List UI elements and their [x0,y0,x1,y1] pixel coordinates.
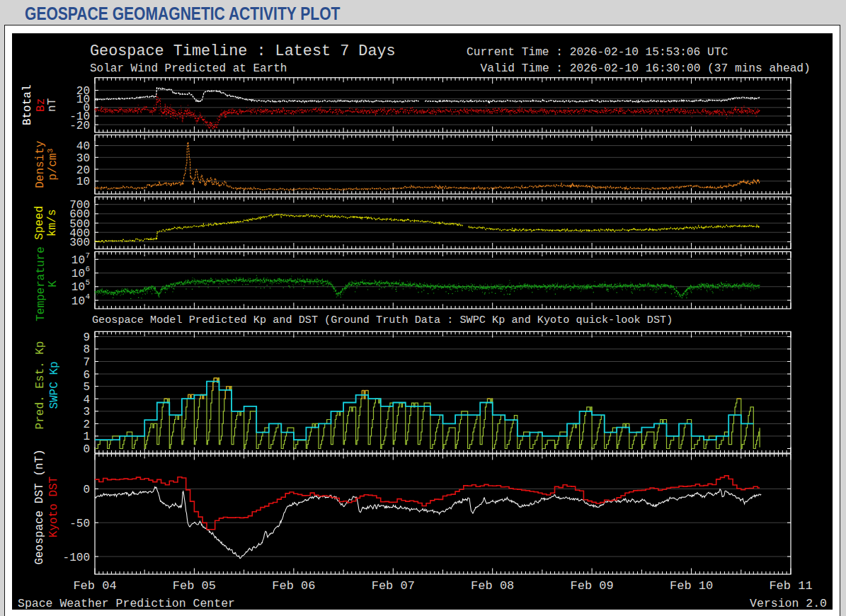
svg-text:Feb 04: Feb 04 [73,579,116,593]
svg-text:8: 8 [83,343,90,356]
svg-text:-50: -50 [69,518,90,530]
svg-text:Current Time : 2026-02-10 15:5: Current Time : 2026-02-10 15:53:06 UTC [467,46,728,59]
svg-text:6: 6 [83,369,90,382]
svg-text:km/s: km/s [46,209,59,236]
svg-text:Pred. Est. Kp: Pred. Est. Kp [34,341,47,430]
svg-text:40: 40 [76,140,90,153]
svg-text:Valid Time : 2026-02-10 16:30:: Valid Time : 2026-02-10 16:30:00 (37 min… [481,62,811,75]
svg-text:10: 10 [72,268,85,280]
svg-text:Feb 07: Feb 07 [372,579,415,593]
svg-text:7: 7 [86,251,91,260]
svg-text:Version 2.0: Version 2.0 [750,597,827,610]
svg-text:SWPC Kp: SWPC Kp [48,361,61,409]
svg-text:-100: -100 [63,552,90,564]
svg-text:5: 5 [86,278,91,287]
svg-text:0: 0 [83,443,90,456]
svg-text:Kyoto DST: Kyoto DST [47,477,60,537]
svg-text:Feb 09: Feb 09 [570,579,613,593]
svg-text:Space Weather Prediction Cente: Space Weather Prediction Center [18,597,235,610]
svg-text:9: 9 [83,331,90,344]
svg-text:Geospace DST (nT): Geospace DST (nT) [33,449,46,564]
svg-text:10: 10 [72,295,85,308]
svg-text:Solar Wind Predicted at Earth: Solar Wind Predicted at Earth [90,62,287,75]
svg-text:Feb 06: Feb 06 [272,579,315,593]
svg-text:0: 0 [83,484,90,496]
svg-text:Feb 08: Feb 08 [471,579,514,593]
svg-text:2: 2 [83,418,90,431]
svg-text:4: 4 [86,292,91,301]
svg-text:K: K [47,280,59,287]
svg-text:Bz: Bz [35,98,47,112]
svg-text:6: 6 [86,265,91,273]
svg-text:10: 10 [72,281,85,294]
svg-text:nT: nT [46,98,59,112]
svg-text:3: 3 [83,406,90,418]
svg-text:Feb 05: Feb 05 [173,579,216,593]
svg-text:Feb 11: Feb 11 [769,579,812,593]
svg-text:7: 7 [83,356,90,369]
svg-text:30: 30 [76,152,90,165]
svg-text:-20: -20 [69,120,90,132]
svg-text:Speed: Speed [33,206,46,240]
svg-text:20: 20 [76,164,90,177]
svg-text:Density: Density [35,140,47,188]
svg-text:10: 10 [76,176,90,188]
svg-text:300: 300 [69,236,90,249]
svg-text:5: 5 [83,381,90,394]
svg-text:p/cm3: p/cm3 [47,149,60,181]
svg-text:Geospace Timeline : Latest 7 D: Geospace Timeline : Latest 7 Days [90,42,396,60]
svg-text:10: 10 [72,254,85,267]
svg-text:Geospace Model Predicted Kp an: Geospace Model Predicted Kp and DST (Gro… [92,314,673,326]
svg-text:1: 1 [83,430,90,443]
svg-text:4: 4 [83,394,90,406]
svg-text:Temperature: Temperature [35,246,47,321]
svg-text:Btotal: Btotal [21,84,34,125]
svg-text:Feb 10: Feb 10 [670,579,713,593]
